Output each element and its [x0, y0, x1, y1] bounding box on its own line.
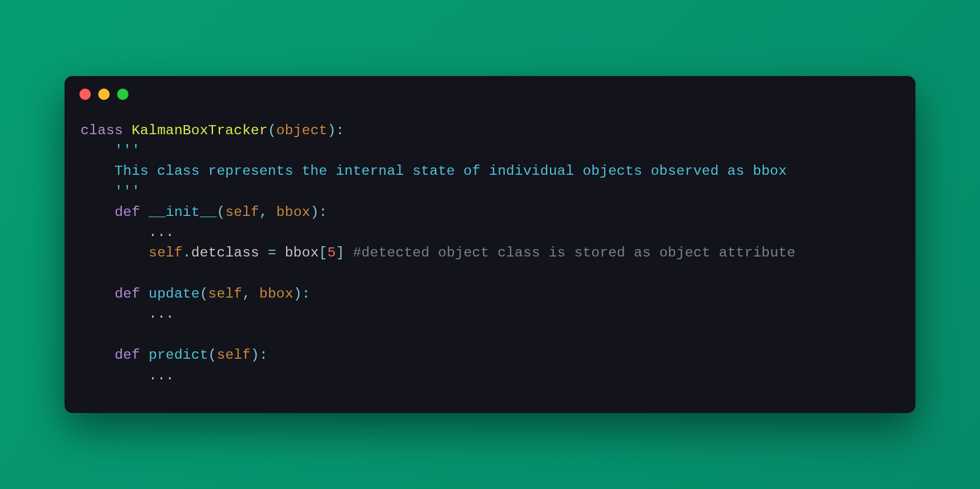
detclass-attr: detclass	[191, 245, 259, 260]
paren-close-colon: ):	[327, 123, 344, 138]
ellipsis: ...	[148, 368, 174, 383]
docstring-open: '''	[81, 143, 140, 158]
indent	[81, 205, 115, 220]
code-body[interactable]: class KalmanBoxTracker(object): ''' This…	[65, 106, 915, 414]
class-name: KalmanBoxTracker	[131, 123, 267, 138]
close-icon[interactable]	[79, 89, 91, 100]
self-param: self	[208, 286, 243, 302]
assign-op: =	[259, 245, 285, 260]
self-ref: self	[148, 245, 183, 260]
self-param: self	[216, 347, 251, 363]
index-literal: 5	[327, 245, 336, 260]
ellipsis: ...	[148, 306, 174, 322]
window-titlebar	[65, 76, 915, 106]
init-method-name: __init__	[148, 205, 216, 220]
update-method-name: update	[148, 286, 199, 302]
maximize-icon[interactable]	[117, 89, 128, 100]
self-param: self	[225, 205, 259, 220]
base-class: object	[276, 123, 327, 138]
bbox-ref: bbox	[285, 245, 319, 260]
bbox-param: bbox	[276, 205, 311, 220]
bbox-param: bbox	[259, 286, 294, 302]
ellipsis: ...	[148, 225, 174, 240]
paren-open: (	[268, 123, 276, 138]
docstring-close: '''	[81, 184, 140, 199]
predict-method-name: predict	[148, 347, 208, 363]
keyword-class: class	[81, 123, 123, 138]
keyword-def: def	[115, 286, 140, 302]
minimize-icon[interactable]	[98, 89, 110, 100]
keyword-def: def	[115, 347, 140, 363]
code-window: class KalmanBoxTracker(object): ''' This…	[65, 76, 915, 414]
keyword-def: def	[115, 205, 140, 220]
inline-comment: #detected object class is stored as obje…	[344, 245, 796, 260]
docstring-body: This class represents the internal state…	[81, 163, 787, 179]
